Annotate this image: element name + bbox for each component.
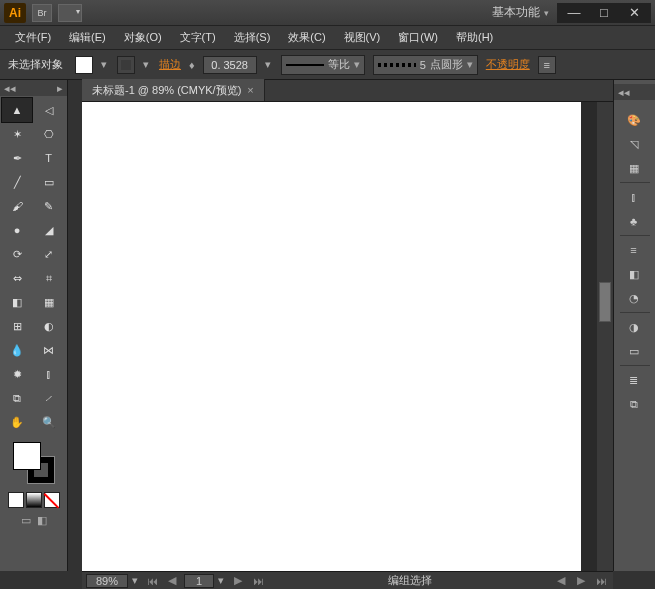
arrange-documents-dropdown[interactable] xyxy=(58,4,82,22)
menu-select[interactable]: 选择(S) xyxy=(225,27,280,48)
artboard-number-input[interactable]: 1 xyxy=(184,574,214,588)
slice-tool[interactable]: ⟋ xyxy=(34,386,64,410)
stroke-panel-link[interactable]: 描边 xyxy=(159,57,181,72)
document-tab-strip: 未标题-1 @ 89% (CMYK/预览) × xyxy=(82,80,613,102)
transparency-panel-icon[interactable]: ◔ xyxy=(620,286,648,310)
menu-type[interactable]: 文字(T) xyxy=(171,27,225,48)
opacity-panel-link[interactable]: 不透明度 xyxy=(486,57,530,72)
screen-mode-normal-icon[interactable]: ▭ xyxy=(21,514,31,527)
selection-tool[interactable]: ▲ xyxy=(2,98,32,122)
bridge-icon[interactable]: Br xyxy=(32,4,52,22)
close-button[interactable]: ✕ xyxy=(619,3,649,23)
artboard-tool[interactable]: ⧉ xyxy=(2,386,32,410)
maximize-button[interactable]: □ xyxy=(589,3,619,23)
workspace-switcher[interactable]: 基本功能 xyxy=(492,4,549,21)
menu-window[interactable]: 窗口(W) xyxy=(389,27,447,48)
artboard-dropdown-icon[interactable]: ▾ xyxy=(218,574,226,587)
stroke-weight-dropdown-icon[interactable]: ▾ xyxy=(265,58,273,71)
blob-brush-tool[interactable]: ● xyxy=(2,218,32,242)
perspective-grid-tool[interactable]: ▦ xyxy=(34,290,64,314)
color-guide-panel-icon[interactable]: ◹ xyxy=(620,132,648,156)
eyedropper-tool[interactable]: 💧 xyxy=(2,338,32,362)
hscroll-right-button[interactable]: ▶ xyxy=(573,574,589,588)
brushes-panel-icon[interactable]: ⫿ xyxy=(620,185,648,209)
menu-help[interactable]: 帮助(H) xyxy=(447,27,502,48)
shape-builder-tool[interactable]: ◧ xyxy=(2,290,32,314)
type-tool[interactable]: T xyxy=(34,146,64,170)
profile-label: 等比 xyxy=(328,57,350,72)
screen-mode-switch-icon[interactable]: ◧ xyxy=(37,514,47,527)
tab-close-icon[interactable]: × xyxy=(247,84,253,96)
menu-effect[interactable]: 效果(C) xyxy=(279,27,334,48)
rectangle-tool[interactable]: ▭ xyxy=(34,170,64,194)
stroke-weight-input[interactable]: 0. 3528 xyxy=(203,56,257,74)
menu-object[interactable]: 对象(O) xyxy=(115,27,171,48)
pencil-tool[interactable]: ✎ xyxy=(34,194,64,218)
status-context-label: 编组选择 xyxy=(270,573,549,588)
prev-artboard-button[interactable]: ◀ xyxy=(164,574,180,588)
last-artboard-button[interactable]: ⏭ xyxy=(250,574,266,588)
layers-panel-icon[interactable]: ≣ xyxy=(620,368,648,392)
direct-selection-tool[interactable]: ◁ xyxy=(34,98,64,122)
column-graph-tool[interactable]: ⫿ xyxy=(34,362,64,386)
stroke-weight-stepper-icon[interactable]: ♦ xyxy=(189,59,195,71)
fill-stroke-control[interactable] xyxy=(13,442,55,484)
stroke-swatch[interactable] xyxy=(117,56,135,74)
gradient-tool[interactable]: ◐ xyxy=(34,314,64,338)
symbol-sprayer-tool[interactable]: ✹ xyxy=(2,362,32,386)
zoom-dropdown-icon[interactable]: ▾ xyxy=(132,574,140,587)
graphic-styles-panel-icon[interactable]: ▭ xyxy=(620,339,648,363)
lasso-tool[interactable]: ⎔ xyxy=(34,122,64,146)
zoom-level-input[interactable]: 89% xyxy=(86,574,128,588)
blend-tool[interactable]: ⋈ xyxy=(34,338,64,362)
color-mode-color-icon[interactable] xyxy=(8,492,24,508)
document-tab-title: 未标题-1 @ 89% (CMYK/预览) xyxy=(92,83,241,98)
control-overflow-button[interactable]: ≡ xyxy=(538,56,556,74)
fill-swatch[interactable] xyxy=(75,56,93,74)
tools-collapse-bar[interactable]: ◂◂▸ xyxy=(0,80,67,96)
dock-collapse-bar[interactable]: ◂◂ xyxy=(614,84,655,100)
canvas[interactable] xyxy=(82,102,581,571)
zoom-tool[interactable]: 🔍 xyxy=(34,410,64,434)
fill-color-icon[interactable] xyxy=(13,442,41,470)
magic-wand-tool[interactable]: ✶ xyxy=(2,122,32,146)
menu-view[interactable]: 视图(V) xyxy=(335,27,390,48)
width-tool[interactable]: ⇔ xyxy=(2,266,32,290)
menu-file[interactable]: 文件(F) xyxy=(6,27,60,48)
stroke-panel-icon[interactable]: ≡ xyxy=(620,238,648,262)
line-segment-tool[interactable]: ╱ xyxy=(2,170,32,194)
scale-tool[interactable]: ⤢ xyxy=(34,242,64,266)
gradient-panel-icon[interactable]: ◧ xyxy=(620,262,648,286)
mesh-tool[interactable]: ⊞ xyxy=(2,314,32,338)
collapse-right-icon: ▸ xyxy=(57,82,63,95)
brush-definition[interactable]: 5点圆形▾ xyxy=(373,55,478,75)
next-artboard-button[interactable]: ▶ xyxy=(230,574,246,588)
hand-tool[interactable]: ✋ xyxy=(2,410,32,434)
color-mode-none-icon[interactable] xyxy=(44,492,60,508)
vertical-scrollbar[interactable] xyxy=(597,102,613,571)
dock-collapse-left-icon: ◂◂ xyxy=(618,86,630,99)
line-preview-icon xyxy=(286,64,324,66)
swatches-panel-icon[interactable]: ▦ xyxy=(620,156,648,180)
dock-separator xyxy=(620,312,650,313)
artboards-panel-icon[interactable]: ⧉ xyxy=(620,392,648,416)
color-mode-gradient-icon[interactable] xyxy=(26,492,42,508)
paintbrush-tool[interactable]: 🖌 xyxy=(2,194,32,218)
free-transform-tool[interactable]: ⌗ xyxy=(34,266,64,290)
minimize-button[interactable]: — xyxy=(559,3,589,23)
hscroll-end-button[interactable]: ⏭ xyxy=(593,574,609,588)
first-artboard-button[interactable]: ⏮ xyxy=(144,574,160,588)
hscroll-left-button[interactable]: ◀ xyxy=(553,574,569,588)
variable-width-profile[interactable]: 等比▾ xyxy=(281,55,365,75)
pen-tool[interactable]: ✒ xyxy=(2,146,32,170)
document-tab[interactable]: 未标题-1 @ 89% (CMYK/预览) × xyxy=(82,79,265,101)
fill-dropdown-icon[interactable]: ▾ xyxy=(101,58,109,71)
eraser-tool[interactable]: ◢ xyxy=(34,218,64,242)
rotate-tool[interactable]: ⟳ xyxy=(2,242,32,266)
appearance-panel-icon[interactable]: ◑ xyxy=(620,315,648,339)
scrollbar-thumb[interactable] xyxy=(599,282,611,322)
color-panel-icon[interactable]: 🎨 xyxy=(620,108,648,132)
stroke-dropdown-icon[interactable]: ▾ xyxy=(143,58,151,71)
menu-edit[interactable]: 编辑(E) xyxy=(60,27,115,48)
symbols-panel-icon[interactable]: ♣ xyxy=(620,209,648,233)
